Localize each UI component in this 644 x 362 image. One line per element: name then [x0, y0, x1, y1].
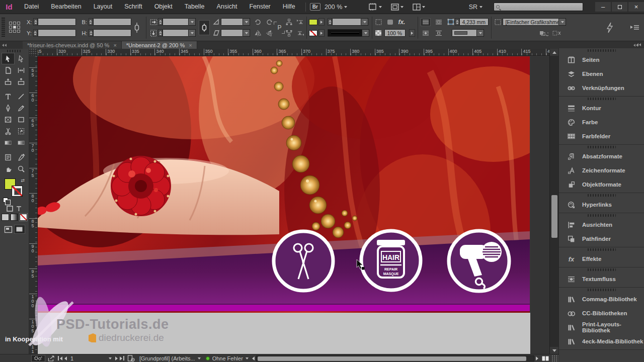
link-scale-icon[interactable]: [199, 20, 210, 35]
wrap-object-shape-icon[interactable]: [421, 29, 431, 37]
preview-mode-button[interactable]: [14, 225, 25, 234]
service-circle-scissors[interactable]: [274, 231, 333, 291]
scale-y-dropdown[interactable]: [189, 29, 196, 37]
stroke-weight-stepper[interactable]: [328, 18, 332, 26]
panel-item-zeichenformate[interactable]: Zeichenformate: [559, 163, 644, 177]
page-number-dropdown[interactable]: 1: [68, 355, 114, 361]
quick-apply-icon[interactable]: [606, 22, 613, 33]
preflight-menu-button[interactable]: [125, 355, 137, 362]
object-style-field[interactable]: [Einfacher Grafikrahmen]+: [503, 18, 559, 26]
tool-gradient-feather[interactable]: [15, 137, 28, 148]
panel-item-seiten[interactable]: Seiten: [559, 53, 644, 67]
select-next-icon[interactable]: [296, 30, 304, 37]
panel-item-pathfinder[interactable]: Pathfinder: [559, 232, 644, 246]
wrap-to-dropdown[interactable]: [477, 29, 484, 37]
shear-angle-field[interactable]: [221, 29, 243, 37]
dock-collapse-left-icon[interactable]: [0, 41, 9, 49]
reference-point-selector[interactable]: [9, 22, 21, 34]
tab-close-icon[interactable]: ×: [189, 42, 192, 48]
width-stepper[interactable]: [89, 18, 93, 26]
tool-scissors[interactable]: [2, 125, 15, 137]
select-content-icon[interactable]: [285, 19, 293, 26]
menu-item-objekt[interactable]: Objekt: [148, 0, 179, 14]
normal-view-mode-button[interactable]: [4, 225, 13, 234]
wrap-bounding-box-icon[interactable]: [434, 18, 444, 26]
tool-type[interactable]: [2, 90, 15, 102]
select-parent-icon[interactable]: [285, 30, 293, 37]
close-button[interactable]: ×: [628, 2, 644, 12]
height-field[interactable]: [93, 29, 131, 37]
tab-unbenannt-2[interactable]: *Unbenannt-2 @ 200 % ×: [122, 41, 197, 49]
corner-shape-icon[interactable]: [386, 19, 394, 26]
error-status-dropdown[interactable]: Ohne Fehler: [203, 355, 251, 361]
tool-direct-selection[interactable]: [15, 53, 28, 64]
opacity-flyout-button[interactable]: [409, 29, 415, 37]
scroll-right-button[interactable]: [536, 356, 538, 360]
scroll-left-button[interactable]: [252, 356, 255, 360]
panel-group-grip[interactable]: [559, 213, 644, 218]
scale-y-field[interactable]: [163, 29, 189, 37]
tool-pen[interactable]: [2, 102, 15, 114]
service-circle-hair-masque[interactable]: HAIR REPAIR MASQUE: [361, 231, 421, 290]
stroke-flyout-button[interactable]: [318, 29, 325, 37]
swap-fill-stroke-icon[interactable]: ⇄: [21, 178, 25, 183]
opacity-field[interactable]: 100 %: [384, 29, 406, 37]
tool-gap[interactable]: [15, 64, 28, 76]
tool-free-transform[interactable]: [15, 125, 28, 137]
rotate-ccw-icon[interactable]: [266, 19, 273, 26]
panel-item-commag-bibliothek[interactable]: Commag-Bibliothek: [559, 292, 644, 306]
flip-horizontal-icon[interactable]: [254, 30, 262, 37]
horizontal-scrollbar[interactable]: [256, 355, 534, 361]
panel-group-grip[interactable]: [559, 97, 644, 101]
panel-item-hyperlinks[interactable]: Hyperlinks: [559, 198, 644, 212]
default-fill-stroke-icon[interactable]: [3, 198, 8, 203]
apply-none-button[interactable]: [20, 214, 27, 221]
tool-line[interactable]: [15, 90, 28, 102]
tool-content-placer[interactable]: [15, 76, 28, 87]
zoom-level-dropdown[interactable]: 200 %: [320, 4, 351, 11]
fill-flyout-button[interactable]: [318, 18, 325, 26]
flip-vertical-icon[interactable]: [266, 30, 273, 37]
fill-color-swatch[interactable]: [309, 19, 317, 25]
menu-item-bearbeiten[interactable]: Bearbeiten: [45, 0, 87, 14]
stroke-weight-dropdown[interactable]: [361, 18, 368, 26]
share-button[interactable]: [45, 355, 57, 362]
panel-item-effekte[interactable]: fx Effekte: [559, 252, 644, 266]
scroll-up-button[interactable]: [550, 49, 559, 56]
effects-menu-label[interactable]: fx.: [398, 19, 405, 26]
panel-group-grip[interactable]: [559, 48, 644, 53]
object-style-dropdown[interactable]: [559, 18, 566, 26]
stroke-type-dropdown[interactable]: [362, 29, 369, 37]
ruler-origin-corner[interactable]: [29, 49, 38, 56]
bridge-button[interactable]: Br: [310, 3, 320, 11]
maximize-button[interactable]: [612, 2, 627, 12]
horizontal-scroll-thumb[interactable]: [258, 356, 527, 361]
wrap-to-field[interactable]: [452, 29, 477, 37]
scale-y-stepper[interactable]: [158, 29, 163, 37]
panel-menu-icon[interactable]: [630, 25, 639, 31]
scale-x-stepper[interactable]: [158, 18, 163, 26]
vertical-ruler[interactable]: 556065707580859095100105110: [29, 56, 38, 354]
menu-item-schrift[interactable]: Schrift: [118, 0, 148, 14]
panel-group-grip[interactable]: [559, 267, 644, 272]
x-position-field[interactable]: [38, 18, 76, 26]
tab-close-icon[interactable]: ×: [113, 42, 116, 48]
tool-pencil[interactable]: [15, 102, 28, 114]
preflight-profile-dropdown[interactable]: [Grundprofil] (Arbeits...: [137, 355, 203, 361]
corner-options-icon[interactable]: [375, 19, 382, 26]
rotation-angle-dropdown[interactable]: [243, 18, 250, 26]
menu-item-layout[interactable]: Layout: [88, 0, 119, 14]
stroke-type-field[interactable]: [328, 29, 362, 37]
tool-rectangle[interactable]: [15, 114, 28, 125]
formatting-container-icon[interactable]: [6, 205, 14, 212]
height-stepper[interactable]: [89, 29, 93, 37]
tab-friseur-les-cheveux[interactable]: *friseur-les-cheveux.indd @ 50 % ×: [23, 41, 122, 49]
y-stepper[interactable]: [33, 29, 38, 37]
next-page-button[interactable]: [115, 356, 118, 360]
no-text-wrap-icon[interactable]: [421, 18, 431, 26]
vertical-scroll-thumb[interactable]: [551, 195, 557, 238]
panel-group-grip[interactable]: [559, 193, 644, 198]
scale-x-dropdown[interactable]: [189, 18, 196, 26]
wrap-jump-object-icon[interactable]: [434, 29, 444, 37]
width-field[interactable]: [93, 18, 131, 26]
